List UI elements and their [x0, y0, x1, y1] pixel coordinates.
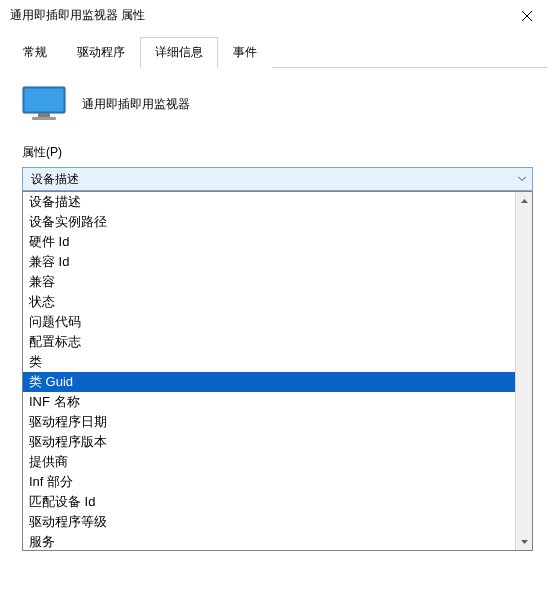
titlebar: 通用即插即用监视器 属性	[0, 0, 555, 32]
property-label: 属性(P)	[22, 144, 533, 161]
device-name: 通用即插即用监视器	[82, 96, 190, 113]
svg-rect-4	[38, 113, 50, 117]
scroll-up-button[interactable]	[516, 192, 532, 209]
tab-bar: 常规 驱动程序 详细信息 事件	[8, 36, 547, 68]
monitor-icon	[22, 86, 66, 122]
close-icon	[522, 11, 532, 21]
property-options-list[interactable]: 设备描述设备实例路径硬件 Id兼容 Id兼容状态问题代码配置标志类类 GuidI…	[23, 192, 515, 550]
tab-general[interactable]: 常规	[8, 37, 62, 68]
svg-rect-3	[25, 89, 63, 111]
list-item[interactable]: 驱动程序日期	[23, 412, 515, 432]
chevron-up-icon	[521, 199, 528, 203]
scroll-track[interactable]	[516, 209, 532, 533]
chevron-down-icon	[521, 540, 528, 544]
device-header: 通用即插即用监视器	[22, 86, 533, 122]
vertical-scrollbar[interactable]	[515, 192, 532, 550]
tab-events[interactable]: 事件	[218, 37, 272, 68]
property-options-dropdown: 设备描述设备实例路径硬件 Id兼容 Id兼容状态问题代码配置标志类类 GuidI…	[22, 191, 533, 551]
list-item[interactable]: 类	[23, 352, 515, 372]
list-item[interactable]: 驱动程序版本	[23, 432, 515, 452]
property-combobox[interactable]: 设备描述	[22, 167, 533, 191]
list-item[interactable]: 兼容 Id	[23, 252, 515, 272]
tab-details[interactable]: 详细信息	[140, 37, 218, 68]
list-item[interactable]: 状态	[23, 292, 515, 312]
list-item[interactable]: 类 Guid	[23, 372, 515, 392]
list-item[interactable]: 提供商	[23, 452, 515, 472]
list-item[interactable]: 匹配设备 Id	[23, 492, 515, 512]
list-item[interactable]: 驱动程序等级	[23, 512, 515, 532]
content-panel: 通用即插即用监视器 属性(P) 设备描述 设备描述设备实例路径硬件 Id兼容 I…	[0, 68, 555, 559]
svg-rect-5	[32, 117, 56, 120]
list-item[interactable]: 设备描述	[23, 192, 515, 212]
list-item[interactable]: 服务	[23, 532, 515, 550]
window-title: 通用即插即用监视器 属性	[10, 7, 507, 24]
tab-driver[interactable]: 驱动程序	[62, 37, 140, 68]
list-item[interactable]: Inf 部分	[23, 472, 515, 492]
list-item[interactable]: 设备实例路径	[23, 212, 515, 232]
list-item[interactable]: INF 名称	[23, 392, 515, 412]
list-item[interactable]: 配置标志	[23, 332, 515, 352]
list-item[interactable]: 问题代码	[23, 312, 515, 332]
property-combobox-value: 设备描述	[31, 171, 79, 188]
list-item[interactable]: 硬件 Id	[23, 232, 515, 252]
close-button[interactable]	[507, 2, 547, 30]
scroll-down-button[interactable]	[516, 533, 532, 550]
list-item[interactable]: 兼容	[23, 272, 515, 292]
chevron-down-icon	[518, 177, 526, 182]
